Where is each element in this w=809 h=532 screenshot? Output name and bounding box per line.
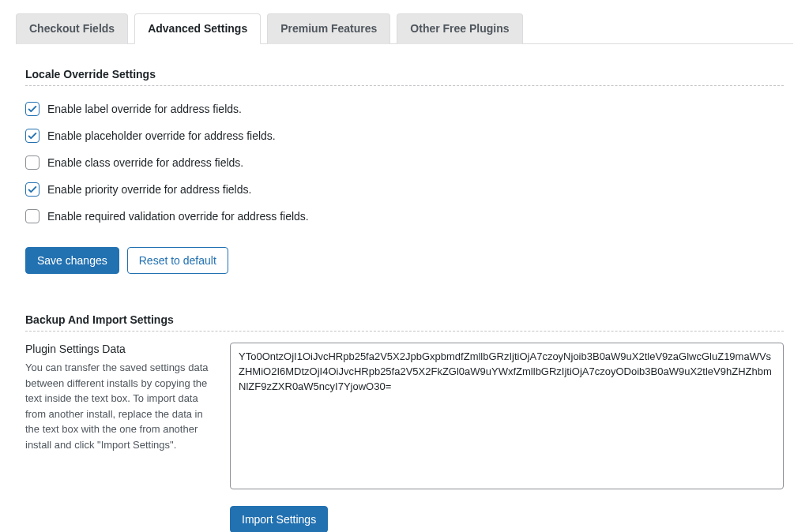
- save-button[interactable]: Save changes: [25, 247, 119, 274]
- import-button[interactable]: Import Settings: [230, 506, 328, 532]
- backup-description: You can transfer the saved settings data…: [25, 360, 211, 452]
- tab-advanced-settings[interactable]: Advanced Settings: [134, 13, 261, 44]
- section-title-backup: Backup And Import Settings: [25, 313, 784, 332]
- checkbox-label-override[interactable]: [25, 102, 40, 116]
- option-row: Enable placeholder override for address …: [25, 124, 784, 151]
- option-label: Enable required validation override for …: [47, 210, 309, 223]
- option-label: Enable priority override for address fie…: [47, 183, 251, 196]
- settings-data-textarea[interactable]: [230, 343, 784, 489]
- option-row: Enable class override for address fields…: [25, 151, 784, 178]
- locale-override-section: Locale Override Settings Enable label ov…: [16, 44, 793, 274]
- option-label: Enable placeholder override for address …: [47, 129, 276, 142]
- backup-import-section: Backup And Import Settings Plugin Settin…: [16, 274, 793, 532]
- checkbox-priority-override[interactable]: [25, 182, 40, 197]
- option-label: Enable class override for address fields…: [47, 156, 243, 169]
- tab-other-free-plugins[interactable]: Other Free Plugins: [397, 13, 522, 44]
- tab-checkout-fields[interactable]: Checkout Fields: [16, 13, 128, 44]
- option-row: Enable priority override for address fie…: [25, 178, 784, 204]
- backup-subtitle: Plugin Settings Data: [25, 343, 211, 355]
- reset-button[interactable]: Reset to default: [127, 247, 228, 274]
- section-title-locale: Locale Override Settings: [25, 68, 784, 86]
- tab-bar: Checkout Fields Advanced Settings Premiu…: [16, 13, 793, 44]
- checkmark-icon: [27, 103, 38, 114]
- option-row: Enable required validation override for …: [25, 204, 784, 231]
- checkbox-class-override[interactable]: [25, 155, 40, 170]
- option-row: Enable label override for address fields…: [25, 97, 784, 124]
- checkmark-icon: [27, 130, 38, 141]
- option-label: Enable label override for address fields…: [47, 103, 242, 115]
- tab-premium-features[interactable]: Premium Features: [267, 13, 390, 44]
- checkbox-placeholder-override[interactable]: [25, 129, 40, 143]
- checkbox-required-override[interactable]: [25, 209, 40, 223]
- checkmark-icon: [27, 184, 38, 195]
